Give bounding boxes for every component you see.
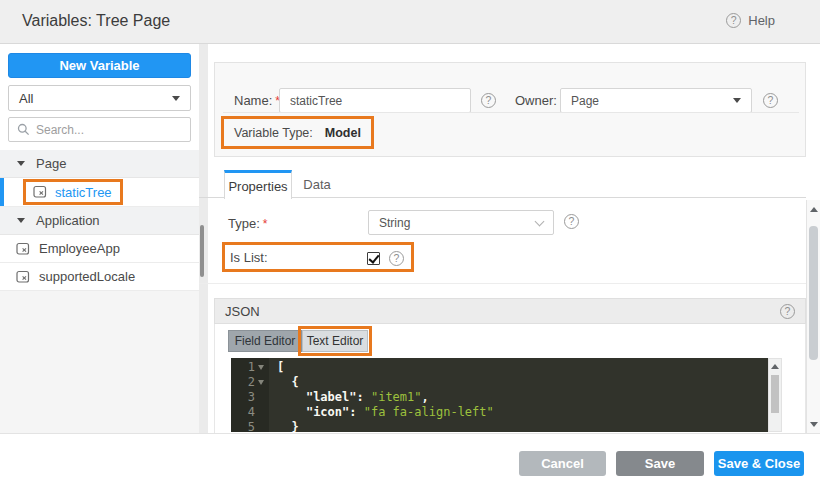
search-input[interactable] bbox=[36, 123, 176, 137]
divider bbox=[223, 112, 799, 113]
scroll-up-icon[interactable] bbox=[771, 364, 779, 369]
tree-group-label: Page bbox=[36, 156, 66, 171]
owner-selected-value: Page bbox=[571, 94, 599, 108]
json-section-title: JSON bbox=[225, 304, 260, 319]
tab-properties[interactable]: Properties bbox=[224, 170, 292, 199]
name-label: Name:* bbox=[234, 93, 280, 108]
json-section-header: JSON bbox=[214, 298, 806, 324]
selected-indicator bbox=[0, 178, 4, 206]
chevron-down-icon bbox=[535, 216, 545, 226]
editor-scrollbar-track[interactable] bbox=[768, 358, 782, 432]
sidebar-item-statictree[interactable]: staticTree bbox=[0, 178, 199, 207]
help-circle-icon bbox=[726, 13, 741, 28]
search-icon bbox=[17, 123, 30, 136]
save-and-close-button[interactable]: Save & Close bbox=[714, 451, 804, 476]
field-editor-tab[interactable]: Field Editor bbox=[228, 330, 302, 352]
editor-scrollbar-thumb[interactable] bbox=[771, 375, 779, 413]
sidebar-empty-area bbox=[0, 291, 199, 433]
variable-type-label: Variable Type: bbox=[234, 126, 313, 140]
editor-code-lines: 1 [ 2 { 3 "label": "item1", 4 "icon": "f… bbox=[231, 360, 768, 432]
annotation-box-variable-type: Variable Type: Model bbox=[221, 116, 374, 149]
fold-caret-icon[interactable] bbox=[258, 365, 264, 370]
sidebar-item-supportedlocale[interactable]: supportedLocale bbox=[0, 263, 199, 291]
tree-group-label: Application bbox=[36, 213, 100, 228]
is-list-help-icon[interactable] bbox=[389, 251, 404, 266]
variable-icon bbox=[33, 185, 47, 199]
annotation-box-statictree: staticTree bbox=[23, 179, 123, 205]
sidebar-scrollbar-track[interactable] bbox=[199, 44, 208, 433]
help-label: Help bbox=[748, 13, 775, 28]
filter-selected-value: All bbox=[19, 91, 33, 106]
variable-type-value: Model bbox=[325, 126, 361, 140]
cancel-button[interactable]: Cancel bbox=[519, 451, 606, 476]
caret-down-icon bbox=[17, 218, 25, 223]
help-button[interactable]: Help bbox=[726, 13, 775, 28]
name-help-icon[interactable] bbox=[481, 93, 496, 108]
is-list-label: Is List: bbox=[230, 250, 268, 265]
caret-down-icon bbox=[17, 161, 25, 166]
annotation-box-text-editor bbox=[298, 326, 372, 356]
content-scrollbar-track[interactable] bbox=[806, 200, 820, 433]
code-line: 5 } bbox=[231, 420, 768, 432]
code-line: 2 { bbox=[231, 375, 768, 390]
detail-tabs: Properties Data bbox=[199, 170, 806, 198]
variable-search[interactable] bbox=[8, 117, 191, 142]
scroll-down-icon[interactable] bbox=[810, 422, 818, 427]
page-title: Variables: Tree Page bbox=[22, 12, 170, 30]
divider bbox=[199, 283, 806, 284]
variable-summary-panel: Name:* Owner:* Page Variable Type: Model bbox=[214, 62, 806, 157]
sidebar-scrollbar-thumb[interactable] bbox=[200, 225, 204, 277]
tree-group-application[interactable]: Application bbox=[0, 207, 199, 235]
json-help-icon[interactable] bbox=[780, 304, 795, 319]
new-variable-button[interactable]: New Variable bbox=[8, 53, 191, 78]
dialog-footer: Cancel Save Save & Close bbox=[0, 433, 820, 491]
variables-sidebar: New Variable All Page bbox=[0, 44, 199, 433]
sidebar-item-employeeapp[interactable]: EmployeeApp bbox=[0, 235, 199, 263]
tab-data[interactable]: Data bbox=[292, 170, 342, 198]
content-scrollbar-thumb[interactable] bbox=[809, 226, 818, 360]
dialog-header: Variables: Tree Page Help bbox=[0, 0, 820, 44]
type-help-icon[interactable] bbox=[564, 214, 579, 229]
tree-item-label: EmployeeApp bbox=[39, 241, 120, 256]
name-field[interactable] bbox=[279, 88, 471, 113]
caret-down-icon bbox=[172, 96, 180, 101]
scroll-up-icon[interactable] bbox=[810, 207, 818, 212]
owner-help-icon[interactable] bbox=[763, 93, 778, 108]
owner-label: Owner:* bbox=[515, 93, 565, 108]
code-line: 3 "label": "item1", bbox=[231, 390, 768, 405]
code-line: 1 [ bbox=[231, 360, 768, 375]
owner-select[interactable]: Page bbox=[560, 88, 752, 113]
variable-icon bbox=[16, 270, 30, 284]
tree-item-label: staticTree bbox=[55, 185, 112, 200]
json-code-editor[interactable]: 1 [ 2 { 3 "label": "item1", 4 "icon": "f… bbox=[231, 358, 768, 432]
code-line: 4 "icon": "fa fa-align-left" bbox=[231, 405, 768, 420]
variable-detail-panel: Name:* Owner:* Page Variable Type: Model bbox=[199, 44, 820, 433]
variable-icon bbox=[16, 242, 30, 256]
save-button[interactable]: Save bbox=[616, 451, 704, 476]
type-selected-value: String bbox=[379, 216, 410, 230]
tree-group-page[interactable]: Page bbox=[0, 150, 199, 178]
variable-filter-select[interactable]: All bbox=[8, 85, 191, 111]
tree-item-label: supportedLocale bbox=[39, 269, 135, 284]
fold-caret-icon[interactable] bbox=[258, 380, 264, 385]
is-list-checkbox[interactable] bbox=[367, 252, 380, 265]
type-select[interactable]: String bbox=[368, 210, 554, 235]
type-label: Type:* bbox=[228, 216, 267, 231]
caret-down-icon bbox=[733, 98, 741, 103]
required-asterisk: * bbox=[263, 217, 268, 231]
variables-dialog: Variables: Tree Page Help New Variable A… bbox=[0, 0, 820, 491]
